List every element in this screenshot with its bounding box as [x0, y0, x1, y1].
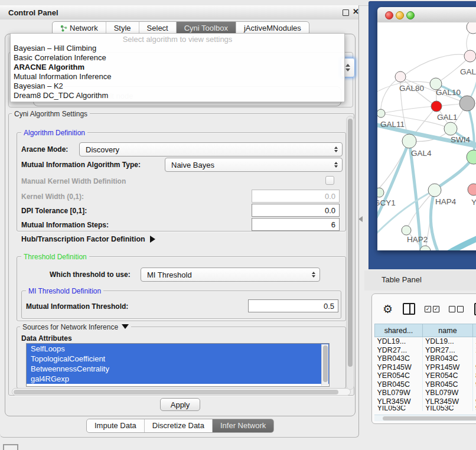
table-row[interactable]: YBR043CYBR043C [375, 354, 476, 363]
hub-definition-toggle[interactable]: Hub/Transcription Factor Definition [21, 235, 155, 243]
table-column-header[interactable]: shared... [375, 324, 423, 337]
network-canvas[interactable]: GALGAL80GAL10GAL11GAL1SWI4GAL4GCY1HAP4YH… [377, 22, 476, 250]
select-all-icon[interactable]: ✓✓ [425, 306, 439, 312]
table-cell: 8. [473, 371, 476, 380]
network-node-label: GAL10 [436, 88, 461, 97]
floating-panel-icon[interactable] [3, 444, 18, 450]
scrollbar-thumb[interactable] [348, 119, 353, 367]
table-cell [473, 354, 476, 363]
network-node[interactable] [402, 226, 411, 235]
table-body: YDL19...YDL19...13YDR27...YDR27...12YBR0… [375, 337, 476, 412]
threshold-definition-title: Threshold Definition [21, 253, 89, 261]
table-cell: YBL079W [423, 389, 473, 397]
table-row[interactable]: YBR045CYBR045C9. [375, 380, 476, 389]
list-vertical-scrollbar[interactable] [321, 344, 328, 386]
network-node-label: GCY1 [377, 198, 396, 207]
network-node-label: GAL [460, 67, 476, 76]
sources-title[interactable]: Sources for Network Inference [20, 323, 131, 331]
attr-items: SelfLoopsTopologicalCoefficientBetweenne… [27, 344, 329, 384]
algorithm-option[interactable]: Dream8 DC_TDC Algorithm [11, 91, 344, 100]
attribute-item-selected[interactable]: gal4RGexp [27, 374, 329, 384]
spinner-up-icon [345, 64, 350, 67]
deselect-all-icon[interactable] [449, 306, 464, 312]
table-row[interactable]: YDR27...YDR27...12 [375, 346, 476, 355]
algorithm-option[interactable]: Bayesian – K2 [11, 81, 344, 91]
dpi-tolerance-input[interactable]: 0.0 [252, 204, 340, 217]
kernel-width-input[interactable]: 0.0 [252, 190, 340, 203]
attribute-item-selected[interactable]: TopologicalCoefficient [27, 354, 329, 364]
zoom-traffic-light-icon[interactable] [406, 11, 415, 19]
tab-discretize-data[interactable]: Discretize Data [144, 419, 212, 432]
network-node[interactable] [377, 109, 385, 118]
unchecked-box-icon [457, 306, 464, 312]
network-node[interactable] [468, 184, 476, 195]
network-node-label: HAP2 [407, 235, 428, 244]
network-node-label: HAP4 [435, 197, 457, 206]
network-node[interactable] [377, 188, 384, 197]
network-edge[interactable] [435, 157, 474, 190]
panel-resize-handle[interactable] [358, 216, 363, 222]
network-node[interactable] [395, 71, 406, 82]
network-node[interactable] [459, 96, 475, 111]
table-cell: YDL19... [423, 337, 473, 346]
table-column-header[interactable]: name [423, 324, 473, 337]
network-node[interactable] [402, 134, 416, 148]
algorithm-option[interactable]: Bayesian – Hill Climbing [11, 44, 344, 53]
columns-icon[interactable] [403, 303, 415, 315]
network-edge[interactable] [377, 141, 409, 224]
mi-threshold-input[interactable]: 0.5 [248, 299, 338, 312]
manual-kernel-checkbox[interactable] [325, 176, 334, 185]
which-threshold-label: Which threshold to use: [50, 270, 131, 279]
network-node[interactable] [467, 22, 476, 34]
float-window-icon[interactable] [343, 9, 349, 16]
table-row[interactable]: YLR345WYLR345W9. [375, 397, 476, 406]
table-row[interactable]: YER054CYER054C8. [375, 371, 476, 380]
algorithm-option[interactable]: ARACNE Algorithm [11, 63, 344, 72]
network-node[interactable] [428, 184, 441, 197]
horizontal-scrollbar[interactable] [12, 388, 351, 396]
network-node[interactable] [464, 50, 476, 62]
table-row[interactable]: YPR145WYPR145W9. [375, 363, 476, 372]
table-row[interactable]: YBL079WYBL079W [375, 389, 476, 397]
network-node[interactable] [444, 122, 457, 135]
scrollbar-thumb[interactable] [323, 345, 328, 382]
network-window-titlebar[interactable] [377, 7, 476, 23]
table-row[interactable]: YDL19...YDL19...13 [375, 337, 476, 346]
table-horizontal-scrollbar[interactable] [374, 415, 476, 421]
data-attributes-list[interactable]: SelfLoopsTopologicalCoefficientBetweenne… [26, 343, 330, 387]
attribute-item-selected[interactable]: SelfLoops [27, 344, 329, 354]
scrollbar-thumb[interactable] [14, 390, 338, 394]
table-panel: ⚙ ✓✓ shared...name YDL19...YDL19...13YDR… [371, 294, 476, 424]
network-edge[interactable] [381, 77, 400, 113]
mi-type-combo[interactable]: Naive Bayes [165, 158, 343, 172]
aracne-mode-combo[interactable]: Discovery [79, 142, 343, 156]
gear-icon[interactable]: ⚙ [383, 302, 393, 316]
table-toolbar: ⚙ ✓✓ [372, 294, 476, 324]
node-table[interactable]: shared...name YDL19...YDL19...13YDR27...… [374, 324, 476, 411]
network-edge[interactable] [381, 106, 436, 113]
attribute-item-selected[interactable]: BetweennessCentrality [27, 364, 329, 374]
close-traffic-light-icon[interactable] [385, 11, 393, 19]
apply-button[interactable]: Apply [160, 398, 200, 411]
panel-vertical-scrollbar[interactable] [346, 116, 354, 390]
minimize-traffic-light-icon[interactable] [396, 11, 404, 19]
table-cell [473, 389, 476, 397]
tab-infer-network[interactable]: Infer Network [212, 419, 273, 432]
network-icon [60, 25, 67, 34]
network-node-label: GAL1 [437, 113, 458, 122]
kernel-width-label: Kernel Width (0,1): [21, 193, 84, 201]
mi-steps-input[interactable]: 6 [252, 218, 340, 231]
table-column-header[interactable] [473, 324, 476, 337]
bottom-tabs: Impute Data Discretize Data Infer Networ… [86, 419, 274, 433]
scrollbar-thumb[interactable] [383, 416, 476, 420]
algorithm-option[interactable]: Mutual Information Inference [11, 72, 344, 81]
table-row[interactable]: YIL053CYIL053C9 [375, 406, 476, 411]
network-node[interactable] [431, 101, 442, 112]
tab-impute-data[interactable]: Impute Data [87, 419, 144, 432]
which-threshold-combo[interactable]: MI Threshold [141, 268, 320, 282]
network-edge[interactable] [447, 236, 476, 250]
network-edge[interactable] [467, 103, 474, 157]
close-icon[interactable]: ✕ [353, 8, 359, 15]
network-edge[interactable] [377, 141, 409, 193]
algorithm-option[interactable]: Basic Correlation Inference [11, 53, 344, 63]
